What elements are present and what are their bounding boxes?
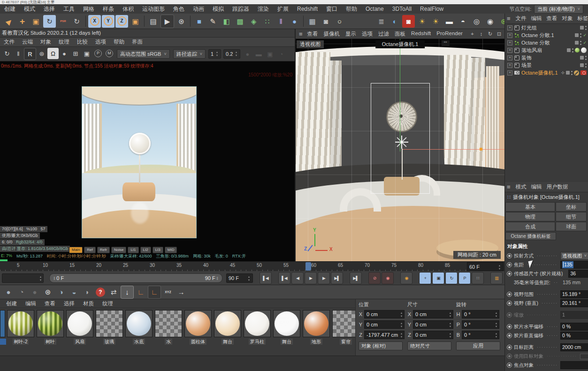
menu-item[interactable]: 扩展 bbox=[273, 4, 293, 14]
property-value-field[interactable]: 15.189 ° bbox=[560, 290, 588, 298]
render-view-button[interactable]: ▤ bbox=[147, 15, 160, 28]
menu-item[interactable]: 模式 bbox=[513, 183, 529, 190]
property-value-field[interactable]: 透视视图 bbox=[560, 252, 588, 260]
menu-item[interactable]: 查看 bbox=[544, 15, 560, 22]
layer-color-box[interactable] bbox=[580, 63, 584, 67]
xyz-axis-icon[interactable]: XYZ bbox=[162, 286, 174, 298]
coordinate-input[interactable]: 0 cm bbox=[413, 331, 453, 339]
menu-item[interactable]: 样条 bbox=[99, 4, 118, 14]
autokey-button[interactable]: ◉ bbox=[400, 272, 412, 284]
axis-y-button[interactable]: Y bbox=[102, 15, 115, 28]
material-thumbnail[interactable] bbox=[0, 310, 5, 337]
generator-button[interactable]: ◧ bbox=[220, 15, 233, 28]
range-end-field[interactable]: 90 F bbox=[226, 273, 253, 283]
menu-item[interactable]: 模式 bbox=[20, 4, 39, 14]
property-value-field[interactable]: 0 % bbox=[560, 332, 588, 340]
visibility-dots[interactable] bbox=[585, 26, 587, 30]
property-row[interactable]: 目标距离 2000 cm bbox=[505, 343, 588, 352]
property-row[interactable]: 胶片水平偏移 0 % bbox=[505, 322, 588, 331]
menu-item[interactable]: 渲染 bbox=[253, 4, 273, 14]
key-scale-button[interactable]: ▣ bbox=[432, 272, 444, 284]
size-mode-dropdown[interactable]: 绝对尺寸 bbox=[407, 341, 451, 350]
material-item[interactable]: 罗马柱 bbox=[244, 310, 271, 345]
property-value-field[interactable]: 20.161 ° bbox=[560, 299, 588, 307]
material-item[interactable]: 圆柱体 bbox=[184, 310, 212, 345]
menu-item[interactable]: 对象 bbox=[37, 38, 55, 45]
volume-button[interactable]: ▩ bbox=[234, 15, 246, 28]
region-render-icon[interactable]: R bbox=[24, 48, 36, 60]
menu-item[interactable]: 云端 bbox=[18, 38, 37, 45]
property-value-field[interactable]: 1 bbox=[560, 311, 588, 319]
menu-item[interactable]: 角色 bbox=[169, 4, 189, 14]
menu-item[interactable]: 对象 bbox=[560, 15, 575, 22]
samples-spinner[interactable]: 1 bbox=[208, 49, 221, 59]
viewport-camera-select-icon[interactable]: °° bbox=[442, 40, 450, 46]
menu-item[interactable]: Redshift bbox=[408, 30, 434, 38]
expand-icon[interactable] bbox=[507, 25, 512, 30]
key-rotation-button[interactable]: ↻ bbox=[445, 272, 458, 284]
visibility-dots[interactable] bbox=[571, 71, 573, 75]
viewport-dolly-icon[interactable]: ↕ bbox=[477, 30, 485, 38]
property-row[interactable]: 焦点对象 bbox=[505, 361, 588, 370]
expand-icon[interactable] bbox=[507, 40, 512, 45]
enabled-check-icon[interactable] bbox=[583, 40, 587, 45]
hamburger-icon[interactable] bbox=[507, 183, 512, 190]
coordinate-input[interactable]: 0 ° bbox=[462, 331, 499, 339]
kernel-dropdown[interactable]: 路径追踪 bbox=[173, 49, 206, 59]
hdr-mode-dropdown[interactable]: 高动态范围 sRGB bbox=[117, 49, 170, 59]
toolbar-icon[interactable] bbox=[347, 15, 374, 28]
pass-button[interactable]: Refr bbox=[97, 247, 110, 253]
property-row[interactable]: 使用目标对象 bbox=[505, 352, 588, 361]
scale-icon[interactable]: ▣ bbox=[30, 15, 42, 28]
light-button[interactable]: ○ bbox=[333, 15, 346, 28]
material-item[interactable]: 树叶 bbox=[37, 310, 64, 345]
material-thumbnail[interactable] bbox=[244, 310, 271, 337]
menu-item[interactable]: RealFlow bbox=[416, 4, 448, 14]
property-row[interactable]: 缩放 1 bbox=[505, 310, 588, 319]
menu-item[interactable]: 选项 bbox=[359, 30, 375, 38]
octane-preview-icon[interactable]: ◐ bbox=[389, 15, 401, 28]
om-item-light-group[interactable]: 灯光组 bbox=[505, 24, 588, 31]
menu-item[interactable]: 创建 bbox=[0, 4, 20, 14]
viewport-scene[interactable]: Y Z X 透视视图 Octane摄像机.1 °° 网格间距 : 20 cm bbox=[296, 39, 504, 262]
property-value-field[interactable]: 36 bbox=[568, 270, 588, 278]
coordinate-input[interactable]: 0 cm bbox=[413, 320, 453, 329]
menu-item[interactable]: 界面 bbox=[128, 38, 146, 45]
viewport-maximize-icon[interactable]: ⊡ bbox=[495, 30, 503, 38]
live-viewer-title[interactable]: 看教育汉化 Studio 2020.2.1 (12 days left) bbox=[0, 29, 295, 38]
key-parameter-button[interactable]: P bbox=[458, 272, 471, 284]
menu-item[interactable]: 过滤 bbox=[375, 30, 392, 38]
menu-item[interactable]: Redshift bbox=[293, 4, 322, 14]
coordinate-input[interactable]: -1797.477 cm bbox=[364, 331, 405, 339]
material-thumbnail[interactable] bbox=[37, 310, 64, 337]
menu-item[interactable]: 查看 bbox=[305, 30, 321, 38]
prev-key-button[interactable]: ▌◀ bbox=[278, 272, 290, 284]
visibility-dots[interactable] bbox=[585, 63, 587, 68]
symmetry-button[interactable]: ‖ bbox=[275, 15, 287, 28]
pen-spline-button[interactable]: ✎ bbox=[206, 15, 219, 28]
visibility-dots[interactable] bbox=[580, 41, 581, 45]
goto-end-button[interactable]: ▶▌ bbox=[350, 272, 362, 284]
lock-resolution-icon[interactable]: Ω bbox=[47, 48, 59, 59]
octane-target-light-button[interactable]: ◎ bbox=[470, 15, 483, 28]
material-tag-icon[interactable] bbox=[575, 48, 580, 53]
menu-item[interactable]: ProRender bbox=[434, 30, 466, 38]
add-render-icon[interactable]: ⊞ bbox=[70, 48, 81, 59]
pause-icon[interactable]: ‖ bbox=[13, 48, 24, 59]
property-value-field[interactable]: 2000 cm bbox=[560, 343, 588, 351]
menu-item[interactable]: 编辑 bbox=[529, 183, 544, 190]
octane-ies-light-button[interactable]: ◓ bbox=[457, 15, 469, 28]
material-item[interactable]: 舞台 bbox=[273, 310, 300, 345]
pass-button[interactable]: Main bbox=[69, 247, 83, 253]
octane-tag-icon[interactable] bbox=[574, 70, 579, 76]
attribute-tab[interactable]: 球面 bbox=[556, 222, 587, 231]
coordinate-input[interactable]: 0 ° bbox=[462, 320, 499, 329]
add-cube-button[interactable]: ■ bbox=[193, 15, 206, 28]
camera-target-handle[interactable] bbox=[480, 148, 482, 151]
pick-focus-icon[interactable]: P bbox=[92, 48, 104, 59]
om-item-floor-fan[interactable]: 落地风扇 bbox=[505, 46, 588, 54]
menu-item[interactable]: 帮助 bbox=[110, 38, 128, 45]
property-row[interactable]: 胶片垂直偏移 0 % bbox=[505, 331, 588, 340]
attribute-tab[interactable]: 细节 bbox=[556, 212, 587, 221]
menu-item[interactable]: 查看 bbox=[40, 300, 60, 307]
